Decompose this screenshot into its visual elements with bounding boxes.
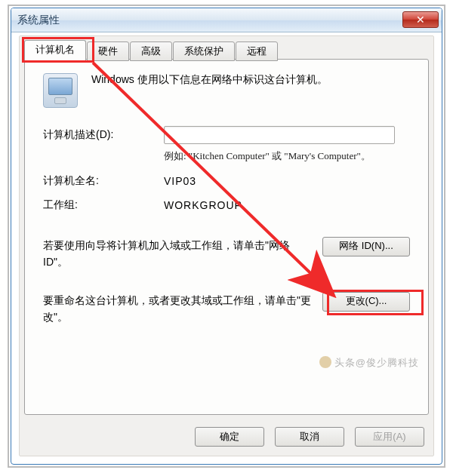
change-text: 要重命名这台计算机，或者更改其域或工作组，请单击"更改"。 [43,292,322,326]
watermark-icon [319,356,331,368]
tab-hardware[interactable]: 硬件 [87,41,129,61]
tab-remote[interactable]: 远程 [236,41,278,61]
tab-system-protection[interactable]: 系统保护 [173,41,235,61]
screenshot-frame: 系统属性 ✕ 计算机名 硬件 高级 系统保护 远程 Windows 使用以下信息… [8,5,445,468]
watermark-text: 头条@俊少腾科技 [334,357,419,368]
label-fullname: 计算机全名: [43,174,164,188]
network-id-text: 若要使用向导将计算机加入域或工作组，请单击"网络 ID"。 [43,237,322,271]
row-change: 要重命名这台计算机，或者更改其域或工作组，请单击"更改"。 更改(C)... [43,292,410,326]
close-icon: ✕ [416,14,425,26]
row-fullname: 计算机全名: VIP03 [43,170,410,192]
window-title: 系统属性 [17,14,60,27]
intro-text: Windows 使用以下信息在网络中标识这台计算机。 [91,73,328,87]
row-description: 计算机描述(D): [43,124,410,146]
dialog-footer: 确定 取消 应用(A) [195,427,424,447]
row-network-id: 若要使用向导将计算机加入域或工作组，请单击"网络 ID"。 网络 ID(N)..… [43,237,410,271]
value-workgroup: WORKGROUP [164,199,242,211]
intro-row: Windows 使用以下信息在网络中标识这台计算机。 [43,73,410,108]
change-button[interactable]: 更改(C)... [322,292,410,312]
titlebar: 系统属性 ✕ [11,8,442,32]
example-text: 例如: "Kitchen Computer" 或 "Mary's Compute… [164,149,410,164]
ok-button[interactable]: 确定 [195,427,264,447]
watermark: 头条@俊少腾科技 [319,356,419,370]
label-workgroup: 工作组: [43,198,164,212]
tab-row: 计算机名 硬件 高级 系统保护 远程 [20,39,433,60]
row-workgroup: 工作组: WORKGROUP [43,195,410,216]
window-body: 计算机名 硬件 高级 系统保护 远程 Windows 使用以下信息在网络中标识这… [19,35,434,456]
apply-button[interactable]: 应用(A) [355,427,424,447]
input-description[interactable] [164,126,395,144]
system-properties-window: 系统属性 ✕ 计算机名 硬件 高级 系统保护 远程 Windows 使用以下信息… [11,8,442,465]
tab-computer-name[interactable]: 计算机名 [24,40,86,61]
tab-advanced[interactable]: 高级 [130,41,172,61]
computer-icon [43,73,78,108]
close-button[interactable]: ✕ [402,11,439,28]
cancel-button[interactable]: 取消 [275,427,344,447]
value-fullname: VIP03 [164,175,196,187]
network-id-button[interactable]: 网络 ID(N)... [322,237,410,256]
label-description: 计算机描述(D): [43,128,164,142]
